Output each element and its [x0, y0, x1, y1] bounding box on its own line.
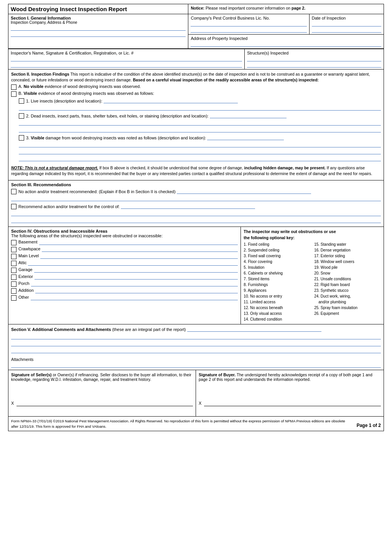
item3-line4[interactable] [19, 156, 381, 161]
company-lic-field[interactable] [191, 21, 306, 26]
date-block: Date of Inspection [310, 14, 384, 34]
key-18: 18. Window well covers [314, 259, 381, 265]
checkbox-addition[interactable] [11, 288, 16, 294]
mainlevel-field[interactable] [40, 253, 238, 259]
checkbox-other[interactable] [11, 295, 16, 301]
section2-intro: Section II. Inspection Findings This rep… [11, 71, 381, 83]
area-garage: Garage [11, 267, 238, 273]
checkbox-a[interactable] [11, 84, 16, 90]
item2-line2[interactable] [19, 120, 381, 126]
key-21: 21. Unsafe conditions [314, 276, 381, 282]
section2-bold-intro: Based on a careful visual inspection of … [133, 78, 319, 82]
section1-right: Company's Pest Control Business Lic. No.… [188, 14, 384, 48]
key-15: 15. Standing water [314, 242, 381, 247]
key-9: 9. Appliances [244, 288, 310, 293]
address-label: Address of Property Inspected [191, 36, 381, 41]
note-bold2: including hidden damage, may be present. [244, 165, 326, 170]
attachments-field[interactable] [11, 362, 381, 368]
section5-line1[interactable] [11, 334, 381, 339]
section1-top: Section I. General Information Inspectio… [8, 14, 384, 49]
note-text: NOTE: This is not a structural damage re… [11, 165, 381, 176]
date-field2[interactable] [312, 27, 381, 33]
section5-title-text: Section V. Additional Comments and Attac… [11, 327, 111, 332]
structures-field2[interactable] [247, 62, 381, 68]
other-field[interactable] [31, 295, 238, 300]
checkbox-3[interactable] [19, 135, 24, 141]
checkbox-b[interactable] [11, 91, 16, 97]
note-box: NOTE: This is not a structural damage re… [11, 165, 381, 176]
area-exterior: Exterior [11, 274, 238, 280]
rec2-field[interactable] [121, 203, 255, 209]
company-field2[interactable] [11, 31, 186, 37]
area-exterior-label: Exterior [18, 274, 33, 279]
key-13: 13. Only visual access [244, 311, 310, 316]
key-26: 26. Equipment [314, 311, 381, 316]
company-lic-field2[interactable] [191, 27, 306, 33]
rec2-line2[interactable] [11, 211, 381, 216]
area-porch-label: Porch [18, 281, 30, 286]
area-garage-label: Garage [18, 267, 33, 272]
section5-line2[interactable] [11, 341, 381, 346]
area-crawlspace-label: Crawlspace [18, 246, 40, 251]
checkbox-porch[interactable] [11, 281, 16, 287]
document-title: Wood Destroying Insect Inspection Report [8, 4, 188, 14]
checkbox-mainlevel[interactable] [11, 254, 16, 259]
addition-field[interactable] [35, 288, 238, 293]
rec1-field[interactable] [177, 189, 311, 194]
item1-field[interactable] [104, 98, 238, 103]
exterior-field[interactable] [35, 274, 238, 280]
area-basement: Basement [11, 240, 238, 245]
checkbox-rec1[interactable] [11, 189, 16, 194]
item3-line3[interactable] [19, 149, 381, 154]
item2-field[interactable] [210, 113, 287, 118]
section1-title: Section I. General Information [11, 16, 186, 20]
checkbox-attic[interactable] [11, 261, 16, 266]
item1-block: 1. Live insects (description and locatio… [11, 98, 381, 111]
item3-field[interactable] [207, 135, 284, 140]
key-20: 20. Snow [314, 270, 381, 276]
item3-label: 3. Visible damage from wood destroying i… [26, 135, 381, 140]
section5-field[interactable] [187, 326, 321, 332]
key-1: 1. Fixed ceiling [244, 242, 310, 247]
company-field[interactable] [11, 25, 186, 31]
buyer-bold: Signature of Buyer. [199, 372, 236, 377]
area-attic-label: Attic [18, 260, 26, 265]
item1-line2[interactable] [19, 105, 381, 111]
inspector-field[interactable] [11, 56, 242, 61]
checkbox-basement[interactable] [11, 240, 16, 245]
date-label: Date of Inspection [312, 16, 381, 20]
area-porch: Porch [11, 281, 238, 287]
checkbox-exterior[interactable] [11, 275, 16, 280]
seller-sig-title: Signature of Seller(s) or Owner(s) if re… [11, 372, 193, 382]
garage-field[interactable] [34, 267, 238, 273]
address-field[interactable] [191, 41, 381, 47]
item3-line2[interactable] [19, 142, 381, 147]
attic-field[interactable] [28, 260, 238, 266]
item3-block: 3. Visible damage from wood destroying i… [11, 135, 381, 161]
structures-field[interactable] [247, 56, 381, 61]
section4-title: Section IV. Obstructions and Inaccessibl… [11, 229, 238, 233]
structures-block: Structure(s) Inspected [245, 49, 384, 69]
rec2-row: Recommend action and/or treatment for th… [11, 203, 381, 209]
checkbox-rec2[interactable] [11, 204, 16, 209]
rec1-line2[interactable] [11, 196, 381, 201]
seller-bold: Signature of Seller(s) [11, 372, 52, 377]
checkbox-crawlspace[interactable] [11, 247, 16, 252]
item2-line3[interactable] [19, 127, 381, 132]
crawlspace-field[interactable] [42, 246, 238, 252]
checkbox-garage[interactable] [11, 268, 16, 273]
key-3: 3. Fixed wall covering [244, 253, 310, 259]
checkbox-1[interactable] [19, 98, 24, 104]
inspector-field2[interactable] [11, 62, 242, 68]
key-25: 25. Spray foam insulation [314, 305, 381, 311]
item-a-text: A. No visible evidence of wood destroyin… [18, 84, 141, 89]
section5-line3[interactable] [11, 348, 381, 353]
checkbox-2[interactable] [19, 113, 24, 119]
item-b-row: B. Visible evidence of wood destroying i… [11, 91, 381, 97]
section4-key: The inspector may write out obstructions… [241, 227, 384, 324]
inspector-label: Inspector's Name, Signature & Certificat… [11, 51, 242, 55]
basement-field[interactable] [39, 240, 238, 245]
rec2-line3[interactable] [11, 218, 381, 223]
date-field[interactable] [312, 21, 381, 26]
porch-field[interactable] [31, 281, 238, 286]
